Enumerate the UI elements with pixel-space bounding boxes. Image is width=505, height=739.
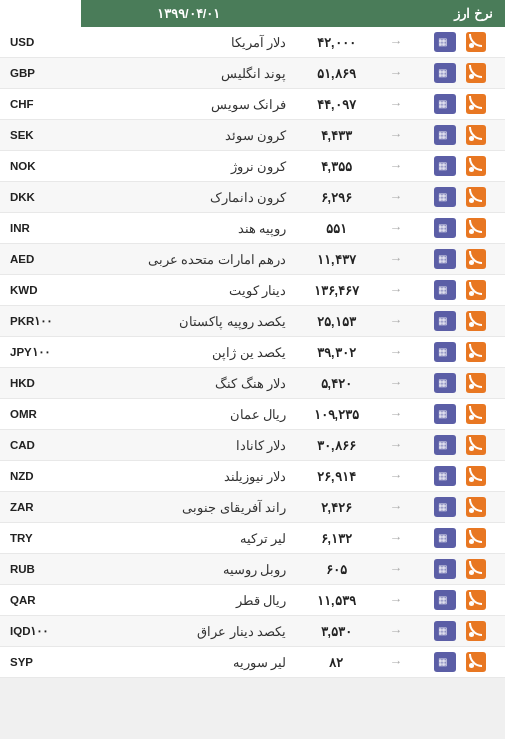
currency-code: KWD [0,275,81,306]
arrow-cell: → [376,616,415,647]
chart-icon[interactable] [434,311,456,331]
arrow-cell: → [376,151,415,182]
rss-icon[interactable] [466,497,486,517]
icons-cell [415,492,505,523]
icons-cell [415,585,505,616]
rss-icon[interactable] [466,94,486,114]
rss-icon[interactable] [466,559,486,579]
table-row: →۴,۴۳۳کرون سوئدSEK [0,120,505,151]
rss-icon[interactable] [466,590,486,610]
table-row: →۸۲لیر سوریهSYP [0,647,505,678]
icons-cell [415,213,505,244]
rss-icon[interactable] [466,435,486,455]
currency-value: ۵۱,۸۶۹ [296,58,376,89]
icons-cell [415,430,505,461]
rss-icon[interactable] [466,32,486,52]
currency-name: دلار کانادا [81,430,296,461]
table-row: →۲۶,۹۱۴دلار نیوزیلندNZD [0,461,505,492]
rss-icon[interactable] [466,187,486,207]
currency-name: لیر ترکیه [81,523,296,554]
rss-icon[interactable] [466,249,486,269]
arrow-icon: → [388,561,404,577]
currency-value: ۴,۳۵۵ [296,151,376,182]
rss-icon[interactable] [466,218,486,238]
currency-value: ۲,۴۲۶ [296,492,376,523]
currency-name: کرون نروژ [81,151,296,182]
arrow-cell: → [376,647,415,678]
rss-icon[interactable] [466,404,486,424]
rss-icon[interactable] [466,342,486,362]
currency-code: NOK [0,151,81,182]
arrow-cell: → [376,27,415,58]
currency-code: HKD [0,368,81,399]
rss-icon[interactable] [466,373,486,393]
chart-icon[interactable] [434,528,456,548]
currency-value: ۱۰۹,۲۳۵ [296,399,376,430]
chart-icon[interactable] [434,373,456,393]
chart-icon[interactable] [434,280,456,300]
currency-code: TRY [0,523,81,554]
icons-cell [415,120,505,151]
arrow-cell: → [376,368,415,399]
currency-code: IQD۱۰۰ [0,616,81,647]
header-title: نرخ ارز [296,0,505,27]
chart-icon[interactable] [434,63,456,83]
currency-code: INR [0,213,81,244]
table-row: →۶۰۵روبل روسیهRUB [0,554,505,585]
icons-cell [415,368,505,399]
rss-icon[interactable] [466,621,486,641]
chart-icon[interactable] [434,32,456,52]
arrow-icon: → [388,313,404,329]
chart-icon[interactable] [434,435,456,455]
chart-icon[interactable] [434,156,456,176]
currency-code: CHF [0,89,81,120]
currency-code: PKR۱۰۰ [0,306,81,337]
table-row: →۱۱,۴۳۷درهم امارات متحده عربیAED [0,244,505,275]
currency-value: ۴۲,۰۰۰ [296,27,376,58]
arrow-icon: → [388,282,404,298]
chart-icon[interactable] [434,125,456,145]
chart-icon[interactable] [434,249,456,269]
currency-code: DKK [0,182,81,213]
arrow-icon: → [388,406,404,422]
chart-icon[interactable] [434,94,456,114]
arrow-cell: → [376,306,415,337]
arrow-cell: → [376,213,415,244]
rss-icon[interactable] [466,280,486,300]
arrow-cell: → [376,89,415,120]
rss-icon[interactable] [466,156,486,176]
chart-icon[interactable] [434,497,456,517]
chart-icon[interactable] [434,404,456,424]
arrow-icon: → [388,592,404,608]
currency-name: روبل روسیه [81,554,296,585]
rss-icon[interactable] [466,311,486,331]
currency-code: SEK [0,120,81,151]
currency-value: ۳۰,۸۶۶ [296,430,376,461]
rss-icon[interactable] [466,528,486,548]
currency-code: OMR [0,399,81,430]
chart-icon[interactable] [434,187,456,207]
chart-icon[interactable] [434,466,456,486]
rss-icon[interactable] [466,63,486,83]
currency-value: ۶,۲۹۶ [296,182,376,213]
currency-value: ۴,۴۳۳ [296,120,376,151]
arrow-cell: → [376,58,415,89]
rss-icon[interactable] [466,466,486,486]
currency-name: روپیه هند [81,213,296,244]
table-row: →۶,۲۹۶کرون دانمارکDKK [0,182,505,213]
arrow-icon: → [388,654,404,670]
rss-icon[interactable] [466,652,486,672]
table-row: →۲,۴۲۶راند آفریقای جنوبیZAR [0,492,505,523]
icons-cell [415,647,505,678]
chart-icon[interactable] [434,218,456,238]
currency-value: ۴۴,۰۹۷ [296,89,376,120]
arrow-icon: → [388,499,404,515]
chart-icon[interactable] [434,652,456,672]
chart-icon[interactable] [434,590,456,610]
chart-icon[interactable] [434,621,456,641]
chart-icon[interactable] [434,342,456,362]
currency-value: ۸۲ [296,647,376,678]
chart-icon[interactable] [434,559,456,579]
rss-icon[interactable] [466,125,486,145]
currency-value: ۱۱,۵۳۹ [296,585,376,616]
